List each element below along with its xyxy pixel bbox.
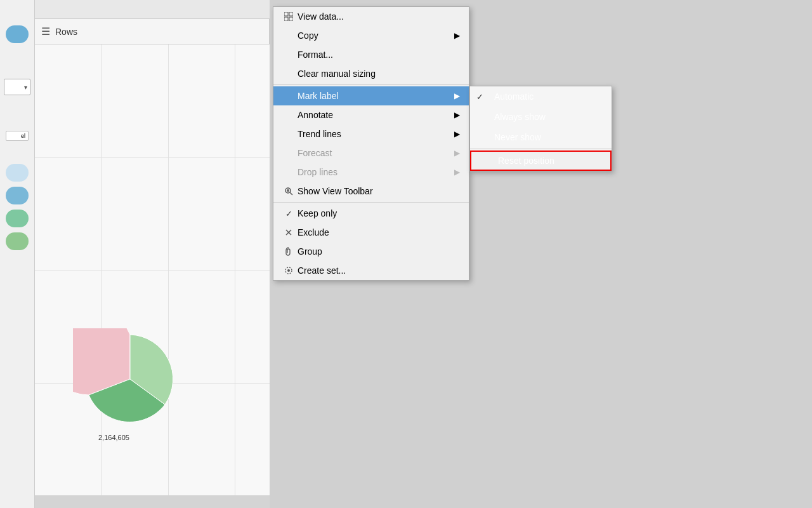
- trend-lines-arrow-icon: ▶: [454, 130, 460, 138]
- menu-item-format[interactable]: Format...: [273, 45, 469, 64]
- svg-rect-0: [284, 12, 288, 16]
- mark-label-label: Mark label: [298, 91, 454, 101]
- rows-label: Rows: [55, 27, 77, 37]
- label-text: el: [21, 133, 25, 139]
- separator-1: [273, 84, 469, 85]
- grid-icon: [280, 12, 298, 21]
- submenu-item-always-show[interactable]: Always show: [470, 107, 612, 127]
- menu-item-trend-lines[interactable]: Trend lines ▶: [273, 124, 469, 144]
- menu-item-keep-only[interactable]: ✓ Keep only: [273, 204, 469, 223]
- never-show-label: Never show: [494, 132, 541, 142]
- copy-arrow-icon: ▶: [454, 31, 460, 40]
- menu-item-forecast[interactable]: Forecast ▶: [273, 144, 469, 163]
- rows-icon: ☰: [41, 25, 50, 37]
- sidebar-pill-4: [6, 210, 29, 227]
- trend-lines-label: Trend lines: [298, 129, 454, 139]
- format-label: Format...: [298, 50, 460, 60]
- x-icon: [280, 229, 298, 236]
- svg-rect-3: [289, 17, 293, 21]
- drop-lines-label: Drop lines: [298, 167, 454, 177]
- always-show-label: Always show: [494, 112, 546, 122]
- forecast-arrow-icon: ▶: [454, 149, 460, 157]
- submenu-item-never-show[interactable]: Never show: [470, 127, 612, 147]
- clear-sizing-label: Clear manual sizing: [298, 69, 460, 79]
- label-input[interactable]: el: [6, 131, 29, 141]
- drop-lines-arrow-icon: ▶: [454, 168, 460, 177]
- menu-item-drop-lines[interactable]: Drop lines ▶: [273, 163, 469, 182]
- menu-item-annotate[interactable]: Annotate ▶: [273, 105, 469, 124]
- menu-item-clear-sizing[interactable]: Clear manual sizing: [273, 64, 469, 83]
- menu-item-mark-label[interactable]: Mark label ▶ ✓ Automatic Always show Nev…: [273, 86, 469, 105]
- left-sidebar: ▾ el: [0, 0, 35, 508]
- context-menu: View data... Copy ▶ Format... Clear manu…: [273, 6, 469, 281]
- keep-only-label: Keep only: [298, 208, 460, 218]
- svg-point-12: [287, 269, 290, 272]
- automatic-check-icon: ✓: [476, 92, 494, 102]
- chart-area: 2,164,605: [35, 44, 301, 495]
- menu-item-copy[interactable]: Copy ▶: [273, 26, 469, 45]
- menu-item-group[interactable]: Group: [273, 242, 469, 261]
- dropdown-widget[interactable]: ▾: [4, 79, 30, 95]
- svg-line-6: [290, 192, 292, 195]
- annotate-arrow-icon: ▶: [454, 110, 460, 119]
- pie-value-label: 2,164,605: [98, 434, 129, 441]
- menu-item-exclude[interactable]: Exclude: [273, 223, 469, 242]
- menu-item-show-view-toolbar[interactable]: Show View Toolbar: [273, 182, 469, 201]
- sidebar-pill-2: [6, 164, 29, 182]
- mark-label-submenu: ✓ Automatic Always show Never show Reset…: [469, 86, 612, 171]
- sidebar-pill-1: [6, 25, 29, 43]
- zoom-icon: [280, 187, 298, 196]
- paperclip-icon: [280, 247, 298, 256]
- sidebar-pill-5: [6, 232, 29, 250]
- sidebar-pill-3: [6, 187, 29, 204]
- keep-only-check-icon: ✓: [280, 209, 298, 218]
- copy-label: Copy: [298, 30, 454, 41]
- automatic-label: Automatic: [494, 91, 534, 102]
- reset-position-label: Reset position: [498, 156, 554, 166]
- dropdown-arrow-icon: ▾: [24, 84, 27, 91]
- forecast-label: Forecast: [298, 148, 454, 158]
- show-view-toolbar-label: Show View Toolbar: [298, 186, 460, 196]
- svg-rect-1: [289, 12, 293, 16]
- exclude-label: Exclude: [298, 227, 460, 237]
- create-set-label: Create set...: [298, 265, 460, 276]
- submenu-item-reset-position[interactable]: Reset position: [470, 150, 612, 171]
- separator-2: [273, 202, 469, 203]
- mark-label-arrow-icon: ▶: [454, 91, 460, 100]
- submenu-item-automatic[interactable]: ✓ Automatic: [470, 86, 612, 107]
- rows-header: ☰ Rows: [35, 19, 270, 44]
- menu-item-create-set[interactable]: Create set...: [273, 261, 469, 280]
- circle-icon: [280, 266, 298, 275]
- submenu-separator: [470, 149, 612, 149]
- svg-rect-2: [284, 17, 288, 21]
- annotate-label: Annotate: [298, 110, 454, 120]
- pie-chart: [73, 328, 187, 432]
- view-data-label: View data...: [298, 11, 460, 22]
- group-label: Group: [298, 246, 460, 257]
- menu-item-view-data[interactable]: View data...: [273, 7, 469, 26]
